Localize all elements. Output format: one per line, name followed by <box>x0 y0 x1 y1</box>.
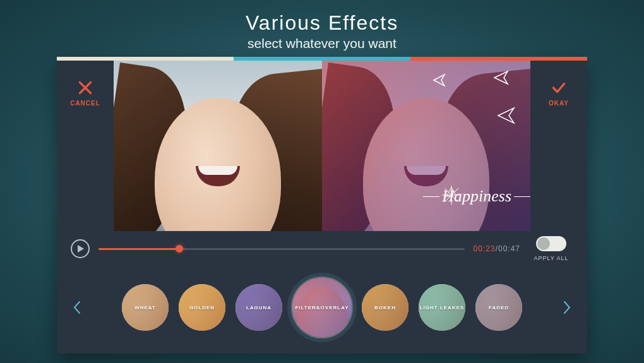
okay-label: OKAY <box>549 100 569 107</box>
seek-knob[interactable] <box>176 245 183 253</box>
filter-wheat[interactable]: WHEAT <box>121 283 170 332</box>
chevron-right-icon <box>563 301 571 314</box>
page-subtitle: select whatever you want <box>0 36 644 51</box>
close-icon <box>77 80 93 96</box>
page-title: Various Effects <box>0 11 644 35</box>
filter-bokeh[interactable]: BOKEH <box>361 283 410 332</box>
overlay-text: Happiness <box>442 187 511 206</box>
chevron-left-icon <box>73 301 81 314</box>
filter-label: BOKEH <box>362 305 408 311</box>
time-current: 00:23 <box>474 244 496 253</box>
filter-label: GOLDEN <box>179 305 225 311</box>
filter-filter-overlay[interactable]: FILTER&OVERLAY <box>291 277 353 338</box>
preview-filtered: Happiness <box>322 61 530 231</box>
editor-panel: CANCEL Happiness OKAY <box>57 57 587 354</box>
cancel-button[interactable]: CANCEL <box>57 61 114 231</box>
filters-next-button[interactable] <box>558 299 576 316</box>
check-icon <box>551 80 567 96</box>
filters-prev-button[interactable] <box>68 299 86 316</box>
filter-label: FADED <box>475 305 522 311</box>
apply-all-label: APPLY ALL <box>534 255 568 261</box>
filter-label: LAGUNA <box>236 305 282 311</box>
okay-button[interactable]: OKAY <box>530 61 587 231</box>
seek-track[interactable] <box>98 248 465 250</box>
time-total: /00:47 <box>496 244 520 253</box>
filter-faded[interactable]: FADED <box>474 283 523 332</box>
filter-golden[interactable]: GOLDEN <box>177 283 227 332</box>
filter-label: LIGHT LEAKES <box>419 305 465 311</box>
play-button[interactable] <box>71 239 90 258</box>
apply-all-toggle[interactable] <box>536 236 566 251</box>
filter-laguna[interactable]: LAGUNA <box>234 283 283 332</box>
filter-light-leakes[interactable]: LIGHT LEAKES <box>417 283 467 332</box>
filter-label: WHEAT <box>122 305 169 311</box>
preview-original <box>114 61 322 231</box>
play-icon <box>78 245 84 253</box>
filter-label: FILTER&OVERLAY <box>292 305 352 311</box>
filter-list: WHEATGOLDENLAGUNAFILTER&OVERLAYBOKEHLIGH… <box>93 277 551 338</box>
cancel-label: CANCEL <box>70 100 100 107</box>
time-display: 00:23/00:47 <box>474 244 520 253</box>
